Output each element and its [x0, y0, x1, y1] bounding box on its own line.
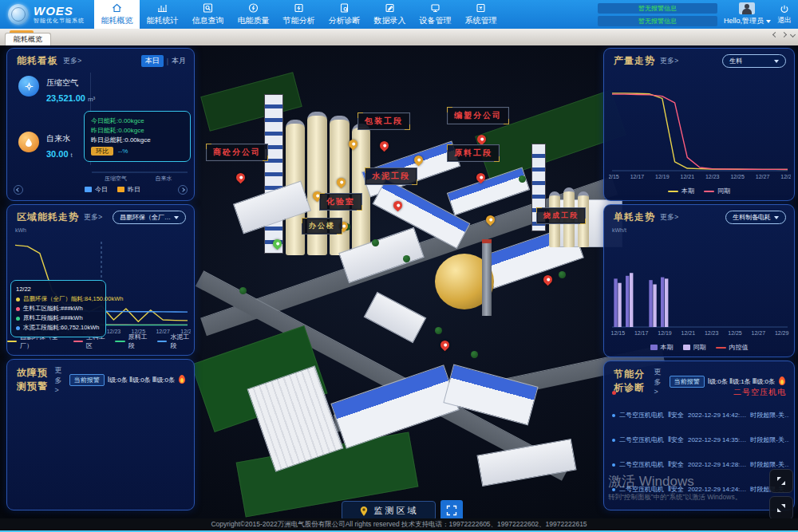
svg-text:12/15: 12/15 [609, 174, 619, 179]
logout-button[interactable]: 退出 [777, 4, 792, 26]
output-select[interactable]: 生料 [722, 54, 786, 68]
map-label-shangtong-branch[interactable]: 商砼分公司 [206, 144, 268, 161]
svg-text:12/25: 12/25 [730, 174, 745, 179]
svg-text:自来水: 自来水 [156, 175, 172, 182]
region-select[interactable]: 昌鹏环保（全厂… [113, 211, 186, 224]
user-menu[interactable]: Hello,管理员 [724, 2, 771, 26]
alert-row[interactable]: 二号空压机电机 Ⅱ安全 2022-12-29 14:28:… 时段超限-关… [612, 460, 789, 469]
carousel-prev-button[interactable] [14, 185, 23, 195]
nav-item-info-query[interactable]: 信息查询 [185, 0, 231, 29]
more-link[interactable]: 更多> [63, 56, 81, 66]
panel-energy-diagnosis: 节能分析诊断 更多> 当前报警 Ⅰ级:0条 Ⅱ级:1条 Ⅲ级:0条 二号空压机电… [603, 361, 795, 510]
tab-strip: 能耗概览 [0, 29, 798, 45]
location-pin-icon[interactable] [542, 274, 555, 286]
map-label-sintering[interactable]: 烧成工段 [536, 207, 586, 224]
map-label-office[interactable]: 办公楼 [302, 218, 342, 234]
dashboard-root: WOES 智能优化节能系统 能耗概览 能耗统计 信息查询 电能质量 [0, 0, 798, 532]
more-link[interactable]: 更多> [660, 56, 678, 66]
tab-energy-overview[interactable]: 能耗概览 [5, 33, 51, 45]
svg-text:12/25: 12/25 [728, 330, 742, 336]
current-alarm-badge: 当前报警 [69, 374, 105, 386]
nav-item-energy-stats[interactable]: 能耗统计 [140, 0, 185, 29]
sidebar-collapse-button[interactable] [769, 496, 793, 520]
copyright-text: Copyright©2015-2022万洲电气股份有限公司All rights … [211, 520, 587, 530]
map-label-bianSu-branch[interactable]: 编塑分公司 [447, 107, 509, 124]
current-alarm-badge: 当前报警 [670, 376, 705, 388]
nav-item-system-mgmt[interactable]: 系统管理 [458, 0, 504, 29]
home-icon [111, 2, 123, 14]
water-drop-icon [18, 132, 39, 152]
alarm-banner-2[interactable]: 暂无报警信息 [598, 16, 717, 26]
y-axis-label: kWh [15, 227, 26, 233]
carousel-next-button[interactable] [178, 185, 188, 195]
map-tree [372, 239, 379, 246]
range-day-button[interactable]: 本日 [141, 55, 164, 67]
power-icon [779, 4, 790, 14]
panel-title: 能耗看板 [17, 54, 58, 68]
bullet-icon [612, 439, 615, 442]
unit-select[interactable]: 生料制备电耗 [725, 211, 786, 224]
more-link[interactable]: 更多> [54, 365, 64, 394]
caret-down-icon [774, 216, 779, 219]
region-tooltip: 12/22 昌鹏环保（全厂）能耗:84,150.00kWh 生料工区能耗:###… [10, 280, 106, 337]
more-link[interactable]: 更多> [660, 212, 678, 223]
tab-scroll-left-icon[interactable] [772, 32, 778, 37]
data-entry-icon [384, 2, 396, 14]
search-doc-icon [202, 2, 214, 14]
map-label-lab[interactable]: 化验室 [319, 193, 362, 211]
tab-list-dropdown-icon[interactable] [790, 32, 796, 37]
alarm-banner-1[interactable]: 暂无报警信息 [598, 3, 717, 14]
caret-down-icon [774, 60, 779, 63]
flame-icon [178, 375, 186, 384]
map-label-packaging[interactable]: 包装工段 [358, 112, 410, 130]
svg-text:12/19: 12/19 [658, 330, 672, 336]
panel-title: 产量走势 [614, 54, 655, 68]
location-pin-icon[interactable] [439, 339, 452, 352]
panel-region-energy-trend: 区域能耗走势 更多> 昌鹏环保（全厂… kWh 12/1512/1712/191… [6, 204, 195, 356]
alert-row[interactable]: 二号空压机电机 Ⅱ安全 2022-12-29 14:42:… 时段超限-关… [612, 411, 789, 420]
unit-legend: 本期同期内控值 [604, 343, 794, 352]
nav-item-energy-analysis[interactable]: 节能分析 [276, 0, 322, 29]
svg-text:12/19: 12/19 [655, 174, 670, 179]
map-label-cement[interactable]: 水泥工段 [365, 167, 417, 185]
nav-item-energy-overview[interactable]: 能耗概览 [94, 0, 140, 29]
alert-row[interactable]: 二号空压机电机 Ⅱ安全 2022-12-29 14:35:… 时段超限-关… [612, 435, 789, 444]
more-link[interactable]: 更多> [84, 212, 102, 223]
user-greeting: Hello,管理员 [724, 16, 764, 26]
nav-item-device-mgmt[interactable]: 设备管理 [413, 0, 458, 29]
fullscreen-button[interactable] [440, 500, 463, 518]
bar-chart-icon [156, 2, 168, 14]
app-title: WOES [34, 5, 85, 17]
output-legend: 本期同期 [604, 187, 794, 195]
app-logo: WOES 智能优化节能系统 [0, 0, 94, 29]
kanban-legend: 今日昨日 [31, 185, 194, 194]
monitor-area-button[interactable]: 监测区域 [342, 501, 436, 518]
energy-analysis-icon [293, 2, 305, 14]
panel-title: 区域能耗走势 [17, 211, 79, 224]
chevron-down-icon [766, 20, 771, 23]
bullet-icon [612, 488, 615, 491]
svg-text:12/27: 12/27 [752, 330, 766, 336]
bullet-icon [612, 463, 615, 467]
svg-text:12/29: 12/29 [780, 174, 791, 179]
nav-item-analysis-diagnosis[interactable]: 分析诊断 [322, 0, 367, 29]
range-month-button[interactable]: 本月 [172, 56, 186, 66]
output-trend-chart: 12/1512/1712/1912/2112/2312/2512/2712/29 [609, 76, 791, 181]
unit-consumption-chart: 12/1512/1712/1912/2112/2312/2512/2712/29 [609, 235, 791, 337]
sidebar-collapse-button[interactable] [769, 469, 793, 493]
caret-down-icon [174, 216, 179, 219]
fullscreen-icon [446, 505, 457, 516]
map-smokestack [482, 239, 492, 316]
location-pin-icon[interactable] [378, 140, 391, 152]
svg-text:12/27: 12/27 [756, 174, 770, 179]
location-pin-icon[interactable] [235, 171, 247, 184]
map-label-raw-material[interactable]: 原料工段 [447, 144, 500, 162]
alert-row[interactable]: 二号空压机电机 Ⅱ安全 2022-12-29 14:24:… 时段超限-关… [612, 485, 789, 494]
nav-item-data-entry[interactable]: 数据录入 [367, 0, 413, 29]
red-dot-icon [612, 391, 616, 395]
avatar [739, 2, 755, 14]
tab-scroll-right-icon[interactable] [781, 32, 787, 37]
panel-energy-kanban: 能耗看板 更多> 本日 | 本月 压缩空气 23,521.00m³ 自来水 [6, 48, 195, 201]
app-subtitle: 智能优化节能系统 [34, 17, 85, 24]
nav-item-power-quality[interactable]: 电能质量 [231, 0, 276, 29]
